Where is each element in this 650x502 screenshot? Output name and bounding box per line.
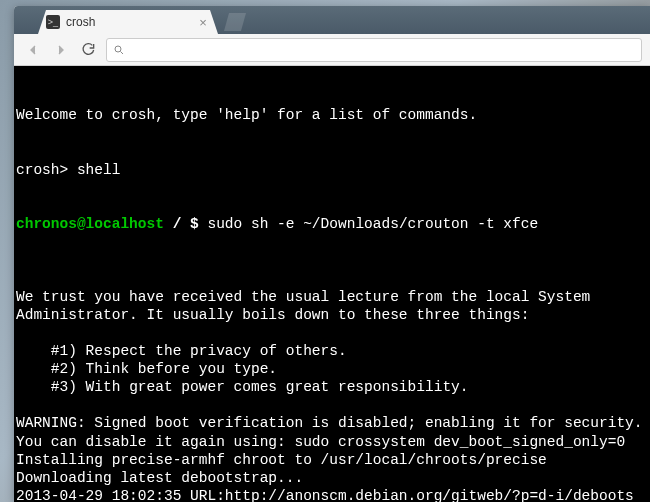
prompt-path: / — [164, 216, 190, 232]
prompt-user: chronos@localhost — [16, 216, 164, 232]
terminal-favicon-icon: >_ — [46, 15, 60, 29]
terminal-line: You can disable it again using: sudo cro… — [16, 433, 648, 451]
crosh-cmd: shell — [77, 162, 121, 178]
terminal-shell-prompt-line: chronos@localhost / $ sudo sh -e ~/Downl… — [16, 215, 648, 233]
crosh-prompt: crosh> — [16, 162, 77, 178]
browser-window: >_ crosh × Welcome to crosh, type 'help'… — [14, 6, 650, 502]
terminal-welcome: Welcome to crosh, type 'help' for a list… — [16, 106, 648, 124]
tab-close-icon[interactable]: × — [196, 15, 210, 29]
shell-cmd: sudo sh -e ~/Downloads/crouton -t xfce — [207, 216, 538, 232]
tab-title: crosh — [66, 15, 196, 29]
terminal-line: Installing precise-armhf chroot to /usr/… — [16, 451, 648, 469]
terminal-line — [16, 324, 648, 342]
search-icon — [113, 44, 125, 56]
tab-crosh[interactable]: >_ crosh × — [38, 10, 218, 34]
terminal-line: WARNING: Signed boot verification is dis… — [16, 414, 648, 432]
terminal-output: We trust you have received the usual lec… — [16, 269, 648, 502]
terminal-line — [16, 269, 648, 287]
terminal-line: #1) Respect the privacy of others. — [16, 342, 648, 360]
new-tab-button[interactable] — [224, 13, 246, 31]
svg-point-0 — [115, 46, 121, 52]
terminal-line: #2) Think before you type. — [16, 360, 648, 378]
forward-button[interactable] — [50, 39, 72, 61]
terminal-line: Downloading latest debootstrap... — [16, 469, 648, 487]
toolbar — [14, 34, 650, 66]
reload-button[interactable] — [78, 39, 100, 61]
terminal-line: We trust you have received the usual lec… — [16, 288, 648, 306]
url-input[interactable] — [131, 42, 635, 57]
prompt-dollar: $ — [190, 216, 207, 232]
terminal-line: #3) With great power comes great respons… — [16, 378, 648, 396]
terminal[interactable]: Welcome to crosh, type 'help' for a list… — [14, 66, 650, 502]
svg-line-1 — [121, 51, 124, 54]
arrow-right-icon — [53, 42, 69, 58]
omnibox[interactable] — [106, 38, 642, 62]
terminal-line — [16, 396, 648, 414]
tabstrip: >_ crosh × — [14, 6, 650, 34]
terminal-line: Administrator. It usually boils down to … — [16, 306, 648, 324]
terminal-line: 2013-04-29 18:02:35 URL:http://anonscm.d… — [16, 487, 648, 502]
arrow-left-icon — [25, 42, 41, 58]
reload-icon — [81, 42, 97, 58]
back-button[interactable] — [22, 39, 44, 61]
terminal-crosh-prompt-line: crosh> shell — [16, 161, 648, 179]
